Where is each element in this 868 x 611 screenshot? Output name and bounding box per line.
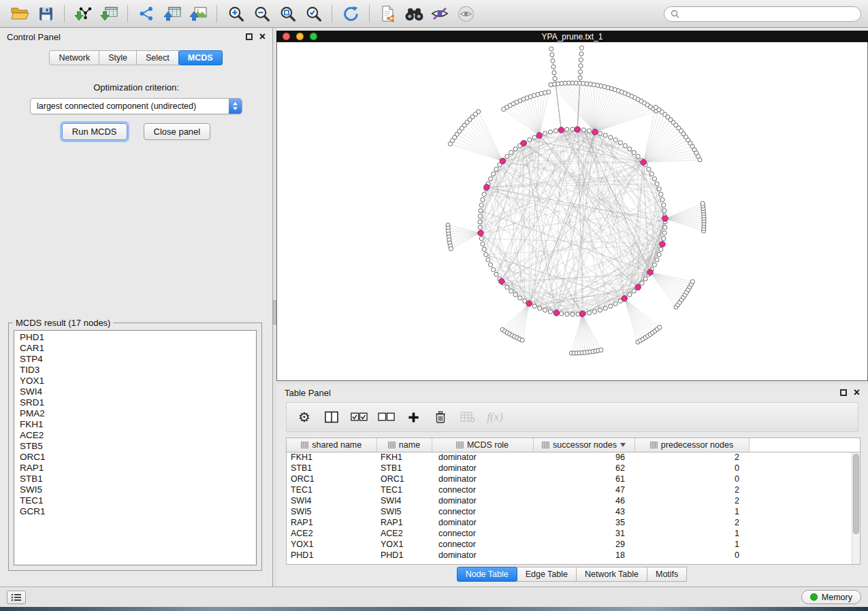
cell-filler	[749, 452, 860, 463]
unselect-all-columns-button[interactable]	[374, 405, 398, 429]
tab-network[interactable]: Network	[49, 50, 99, 65]
result-item[interactable]: STB5	[14, 441, 256, 452]
unchecked-boxes-icon	[378, 412, 395, 422]
float-panel-icon[interactable]	[246, 33, 253, 40]
result-item[interactable]: PHD1	[14, 332, 256, 343]
zoom-selected-button[interactable]	[300, 2, 326, 25]
optimization-criterion-select[interactable]: largest connected component (undirected)	[30, 98, 242, 114]
window-maximize-button[interactable]	[310, 33, 317, 40]
float-table-panel-icon[interactable]	[840, 389, 847, 396]
network-view[interactable]	[276, 42, 868, 381]
import-table-button[interactable]	[96, 2, 122, 25]
result-item[interactable]: STB1	[14, 474, 256, 484]
result-item[interactable]: CAR1	[14, 343, 256, 354]
delete-column-button[interactable]	[428, 405, 453, 429]
tab-node-table[interactable]: Node Table	[457, 567, 517, 582]
cell-role: dominator	[432, 550, 533, 561]
result-item[interactable]: PMA2	[14, 408, 256, 419]
graphics-details-button[interactable]	[427, 2, 453, 25]
table-row[interactable]: STB1STB1dominator620	[287, 463, 860, 474]
tab-motifs[interactable]: Motifs	[647, 567, 687, 582]
tab-select[interactable]: Select	[136, 50, 179, 65]
zoom-out-button[interactable]	[248, 2, 274, 25]
apply-layout-button[interactable]	[338, 2, 364, 25]
table-row[interactable]: ACE2ACE2connector311	[287, 528, 860, 539]
result-item[interactable]: ACE2	[14, 430, 256, 441]
result-item[interactable]: RAP1	[14, 463, 256, 474]
result-item[interactable]: TID3	[14, 365, 256, 376]
trash-icon	[434, 410, 447, 424]
result-item[interactable]: SWI5	[14, 484, 256, 495]
export-network-button[interactable]	[133, 2, 159, 25]
search-input[interactable]	[684, 9, 854, 18]
table-row[interactable]: PHD1PHD1dominator180	[287, 550, 860, 561]
cell-role: connector	[432, 528, 533, 539]
delete-table-button[interactable]	[455, 405, 480, 429]
network-canvas[interactable]	[277, 42, 867, 380]
result-item[interactable]: ORC1	[14, 452, 256, 463]
delete-table-icon	[460, 412, 475, 423]
search-box[interactable]	[664, 6, 861, 22]
window-minimize-button[interactable]	[296, 33, 304, 40]
tab-edge-table[interactable]: Edge Table	[517, 567, 577, 582]
result-item[interactable]: STP4	[14, 354, 256, 365]
window-close-button[interactable]	[283, 33, 290, 40]
scrollbar-thumb[interactable]	[853, 454, 859, 534]
save-session-button[interactable]	[33, 2, 59, 25]
cell-shared-name: STB1	[287, 463, 376, 474]
result-item[interactable]: SRD1	[14, 397, 256, 408]
table-row[interactable]: FKH1FKH1dominator962	[287, 452, 860, 463]
close-panel-button[interactable]: Close panel	[144, 123, 211, 140]
column-header-successor-nodes[interactable]: successor nodes	[533, 438, 634, 452]
column-header-shared-name[interactable]: shared name	[287, 438, 376, 452]
result-item[interactable]: GCR1	[14, 506, 256, 517]
table-row[interactable]: SWI4SWI4dominator462	[287, 495, 860, 506]
tab-mcds[interactable]: MCDS	[178, 50, 223, 65]
open-file-button[interactable]	[7, 2, 33, 25]
table-scrollbar[interactable]	[852, 452, 860, 564]
column-header-predecessor-nodes[interactable]: predecessor nodes	[634, 438, 749, 452]
zoom-in-button[interactable]	[223, 2, 248, 25]
export-table-icon	[163, 5, 182, 22]
cell-shared-name: SWI4	[287, 495, 376, 506]
show-hide-button[interactable]	[453, 2, 479, 25]
cell-filler	[749, 517, 860, 528]
network-titlebar[interactable]: YPA_prune.txt_1	[276, 31, 868, 42]
gear-icon: ⚙	[298, 410, 310, 424]
export-image-button[interactable]	[185, 2, 211, 25]
column-header-mcds-role[interactable]: MCDS role	[432, 438, 533, 452]
tab-network-table[interactable]: Network Table	[576, 567, 647, 582]
table-panel-titlebar: Table Panel ×	[276, 384, 868, 401]
export-web-button[interactable]	[375, 2, 401, 25]
column-header-filler	[749, 438, 860, 452]
select-all-columns-button[interactable]	[347, 405, 371, 429]
run-mcds-button[interactable]: Run MCDS	[62, 123, 127, 140]
table-row[interactable]: TEC1TEC1connector472	[287, 484, 860, 495]
tab-style[interactable]: Style	[99, 50, 137, 65]
zoom-fit-button[interactable]	[274, 2, 300, 25]
result-item[interactable]: TEC1	[14, 495, 256, 506]
status-menu-button[interactable]	[7, 591, 26, 604]
function-builder-button[interactable]: f(x)	[483, 405, 507, 429]
import-network-icon	[74, 5, 92, 22]
memory-button[interactable]: Memory	[801, 590, 861, 604]
table-row[interactable]: YOX1YOX1connector291	[287, 539, 860, 550]
table-row[interactable]: RAP1RAP1dominator352	[287, 517, 860, 528]
close-table-panel-icon[interactable]: ×	[854, 389, 860, 397]
close-panel-icon[interactable]: ×	[259, 33, 266, 41]
table-row[interactable]: ORC1ORC1dominator610	[287, 474, 860, 484]
export-table-button[interactable]	[159, 2, 185, 25]
create-column-button[interactable]	[401, 405, 425, 429]
result-item[interactable]: SWI4	[14, 386, 256, 397]
find-button[interactable]	[401, 2, 427, 25]
table-row[interactable]: SWI5SWI5connector431	[287, 506, 860, 517]
mcds-result-list[interactable]: PHD1CAR1STP4TID3YOX1SWI4SRD1PMA2FKH1ACE2…	[14, 330, 257, 565]
import-network-button[interactable]	[70, 2, 96, 25]
result-item[interactable]: FKH1	[14, 419, 256, 430]
result-item[interactable]: YOX1	[14, 376, 256, 386]
show-columns-button[interactable]	[319, 405, 344, 429]
toolbar-separator	[127, 5, 128, 22]
table-settings-button[interactable]: ⚙	[292, 405, 317, 429]
column-header-name[interactable]: name	[376, 438, 432, 452]
cell-filler	[749, 528, 860, 539]
